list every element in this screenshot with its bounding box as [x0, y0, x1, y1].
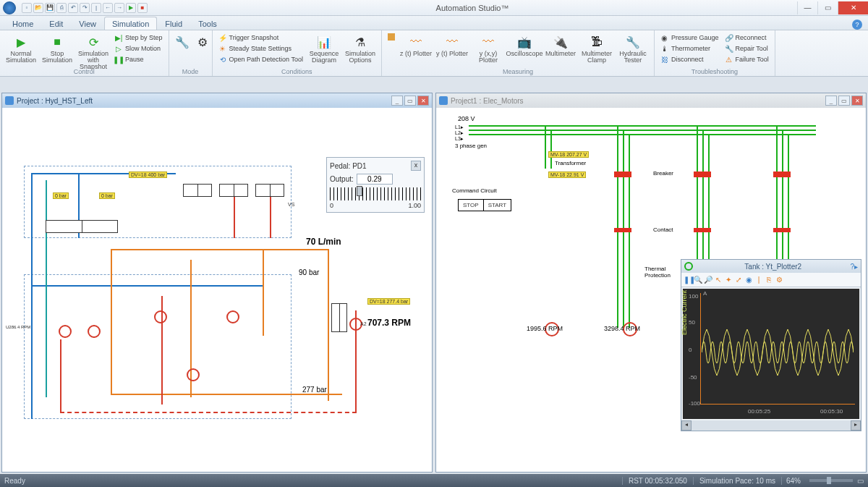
failure-tool-button[interactable]: ⚠Failure Tool [723, 54, 770, 64]
settings-icon[interactable]: ⚙ [775, 276, 783, 284]
open-path-button[interactable]: ⟲Open Path Detection Tool [217, 54, 305, 64]
qat-undo-icon[interactable]: ↶ [68, 3, 78, 13]
voltage-label: 208 V [458, 115, 475, 122]
tab-fluid[interactable]: Fluid [157, 17, 190, 30]
qat-print-icon[interactable]: ⎙ [56, 3, 67, 13]
pressure-gauge-button[interactable]: ◉Pressure Gauge [659, 33, 720, 43]
plotter-window: Tank : Yt_Plotter2 ? ▸ ❚❚ 🔍 🔎 ↖ ✦ ⤢ ◉ | … [681, 259, 861, 431]
max-button[interactable]: ▭ [838, 96, 850, 106]
plotter-titlebar[interactable]: Tank : Yt_Plotter2 ? ▸ [681, 260, 861, 273]
close-button[interactable]: ✕ [417, 96, 429, 106]
breaker-mark [614, 171, 631, 177]
slider-thumb[interactable] [357, 186, 362, 196]
tab-home[interactable]: Home [4, 17, 41, 30]
play-icon: ▶ [12, 33, 30, 51]
drop [617, 125, 618, 328]
color-picker-1[interactable] [386, 33, 396, 41]
qat-sep: | [91, 3, 101, 13]
qat-stop-icon[interactable]: ■ [137, 3, 148, 13]
slow-motion-button[interactable]: ▷Slow Motion [113, 43, 164, 54]
grid-icon[interactable]: ◉ [744, 276, 753, 284]
qat-play-icon[interactable]: ▶ [126, 3, 136, 13]
bus-l2 [469, 130, 816, 131]
motor-1[interactable] [154, 310, 167, 323]
max-button[interactable]: ▭ [404, 96, 416, 106]
ytick: 50 [689, 319, 695, 326]
next-icon[interactable]: ▸ [854, 263, 858, 271]
tab-tools[interactable]: Tools [190, 17, 225, 30]
zoom-icon[interactable]: ▭ [857, 477, 864, 485]
thermometer-button[interactable]: 🌡Thermometer [659, 43, 720, 54]
quick-access-toolbar: ▫ 📂 💾 ⎙ ↶ ↷ | ← → ▶ ■ [22, 3, 148, 13]
slider-max: 1.00 [408, 202, 421, 209]
window-titlebar-left[interactable]: Project : Hyd_HST_Left _ ▭ ✕ [2, 93, 432, 108]
min-button[interactable]: _ [391, 96, 403, 106]
pause-icon[interactable]: ❚❚ [684, 276, 692, 284]
close-button[interactable]: ✕ [851, 96, 863, 106]
rpm-1: 1995.6 RPM [527, 325, 563, 332]
export-icon[interactable]: ⎘ [765, 276, 773, 284]
min-button[interactable]: _ [825, 96, 837, 106]
zoom-slider[interactable] [809, 479, 853, 482]
disconnect-button[interactable]: ⛓Disconnect [659, 54, 720, 64]
qat-new-icon[interactable]: ▫ [22, 3, 32, 13]
minimize-button[interactable]: — [797, 1, 817, 14]
motor-2[interactable] [226, 310, 239, 323]
reconnect-button[interactable]: 🔗Reconnect [723, 33, 770, 43]
pump-1[interactable] [59, 325, 72, 338]
plotter-title: Tank : Yt_Plotter2 [696, 263, 850, 271]
valve-1[interactable] [183, 184, 212, 197]
tab-simulation[interactable]: Simulation [104, 17, 157, 30]
transformer-label: Transformer [555, 160, 586, 166]
qat-redo-icon[interactable]: ↷ [80, 3, 90, 13]
valve-prop[interactable] [331, 303, 347, 332]
tag-mv1: MV-18 207.27 V [548, 151, 589, 158]
help-icon[interactable]: ? [852, 20, 862, 30]
qat-fwd-icon[interactable]: → [114, 3, 124, 13]
pedal-output-input[interactable] [357, 174, 393, 185]
start-button[interactable]: START [484, 200, 511, 211]
hydraulic-icon: 🔧 [624, 33, 642, 51]
plotter-icon: 〰 [443, 33, 461, 51]
hyd-line [328, 249, 329, 401]
motor-3[interactable] [187, 368, 200, 381]
trigger-snapshot-button[interactable]: ⚡Trigger Snapshot [217, 33, 305, 43]
plotter-scrollbar[interactable]: ◂ ▸ [681, 420, 861, 431]
valve-2[interactable] [219, 184, 248, 197]
qat-back-icon[interactable]: ← [103, 3, 113, 13]
hyd-line [31, 173, 33, 419]
window-titlebar-right[interactable]: Project1 : Elec_Motors _ ▭ ✕ [436, 93, 866, 108]
electrical-canvas[interactable]: 208 V 3 phase gen L1▸L2▸L3▸ [436, 108, 866, 472]
scroll-left-icon[interactable]: ◂ [681, 420, 692, 431]
plotter-icon: 〰 [480, 33, 497, 51]
maximize-button[interactable]: ▭ [817, 1, 838, 14]
fit-icon[interactable]: ⤢ [734, 276, 743, 284]
close-button[interactable]: ✕ [838, 1, 868, 14]
hydraulic-canvas[interactable]: DV=18 400 bar 0 bar 0 bar DV=18 277.4 ba… [2, 108, 432, 472]
stop-button[interactable]: STOP [459, 200, 484, 211]
valve-main[interactable] [46, 220, 118, 233]
y-axis [700, 293, 701, 405]
tab-edit[interactable]: Edit [41, 17, 71, 30]
valve-3[interactable] [255, 184, 284, 197]
step-by-step-button[interactable]: ▶|Step by Step [113, 33, 164, 43]
plot-area[interactable]: Electric Current A 100 50 0 -50 -100 00:… [683, 289, 859, 419]
zoom-in-icon[interactable]: 🔍 [694, 276, 702, 284]
pressure-reading-2: 277 bar [302, 386, 327, 394]
marker-icon[interactable]: ✦ [724, 276, 733, 284]
pump-2[interactable] [88, 325, 101, 338]
scroll-right-icon[interactable]: ▸ [851, 420, 861, 431]
qat-open-icon[interactable]: 📂 [33, 3, 43, 13]
pedal-close-button[interactable]: x [411, 161, 421, 171]
cursor-icon[interactable]: ↖ [714, 276, 723, 284]
slow-icon: ▷ [114, 44, 123, 53]
tab-view[interactable]: View [71, 17, 104, 30]
pedal-slider[interactable] [330, 187, 421, 200]
repair-tool-button[interactable]: 🔧Repair Tool [723, 43, 770, 54]
qat-save-icon[interactable]: 💾 [45, 3, 55, 13]
hyd-line [46, 180, 47, 397]
pause-button[interactable]: ❚❚Pause [113, 54, 164, 64]
zoom-out-icon[interactable]: 🔎 [704, 276, 712, 284]
steady-state-button[interactable]: ☀Steady State Settings [217, 43, 305, 54]
plotter-icon: 〰 [407, 33, 425, 51]
